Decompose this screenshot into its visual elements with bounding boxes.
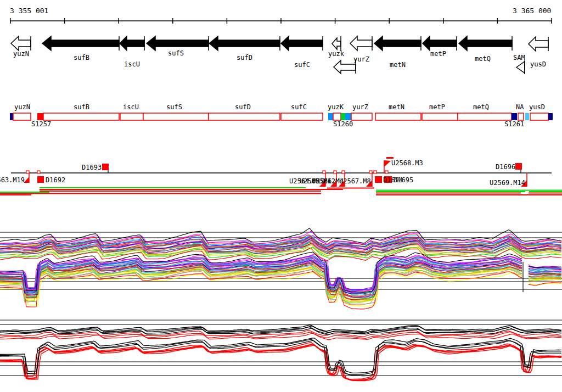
segment-label-yuzN: yuzN bbox=[14, 104, 30, 110]
segment-label-sufC: sufC bbox=[291, 104, 307, 110]
gene-label-sufB: sufB bbox=[74, 54, 89, 61]
gene-arrow-sufS[interactable] bbox=[147, 36, 209, 51]
gene-arrow-SAM[interactable] bbox=[516, 61, 525, 73]
segment-label-metN: metN bbox=[389, 104, 404, 110]
segment-box-sufS[interactable] bbox=[143, 113, 209, 120]
ruler-start-coordinate: 3 355 001 bbox=[10, 7, 48, 14]
marker-flag-anchor bbox=[369, 171, 372, 173]
segment-label-sufB: sufB bbox=[74, 104, 89, 110]
marker-flag-anchor bbox=[26, 171, 29, 173]
segment-box-iscU[interactable] bbox=[120, 113, 143, 120]
segment-box-sufB[interactable] bbox=[43, 113, 119, 120]
segment-label-yusD: yusD bbox=[529, 104, 545, 110]
gene-label-yuzN: yuzN bbox=[13, 51, 29, 57]
genome-browser-view: 3 355 001 3 365 000 yuzNsufBiscUsufSsufD… bbox=[0, 0, 562, 392]
segment-id-S1261: S1261 bbox=[504, 121, 524, 127]
gene-label-metP: metP bbox=[430, 51, 446, 57]
segment-box-navy[interactable] bbox=[10, 113, 13, 120]
expression-trace bbox=[0, 271, 561, 309]
gene-arrow-sufD[interactable] bbox=[209, 36, 280, 51]
gene-label-metQ: metQ bbox=[475, 55, 491, 62]
gene-arrow-yurZ[interactable] bbox=[350, 36, 372, 51]
expression-trace bbox=[0, 268, 561, 302]
segment-id-S1257: S1257 bbox=[31, 121, 51, 127]
gene-label-sufC: sufC bbox=[294, 61, 310, 68]
segment-box-navy[interactable] bbox=[512, 113, 517, 120]
expression-trace bbox=[0, 343, 561, 379]
marker-label-U2567.M8: U2567.M8 bbox=[339, 178, 371, 184]
marker-flag-anchor bbox=[334, 171, 336, 173]
expression-trace bbox=[0, 270, 561, 305]
expression-trace bbox=[0, 338, 561, 373]
marker-label-U2563.M19: U2563.M19 bbox=[0, 177, 25, 183]
expression-trace bbox=[0, 340, 561, 376]
expression-trace bbox=[0, 268, 561, 303]
segment-label-iscU: iscU bbox=[123, 104, 139, 110]
segment-box-sufD[interactable] bbox=[209, 113, 280, 120]
segment-id-S1260: S1260 bbox=[333, 121, 353, 127]
marker-anchor bbox=[374, 171, 376, 173]
segment-box-blue[interactable] bbox=[345, 113, 351, 120]
segment-label-yurZ: yurZ bbox=[352, 104, 368, 110]
gene-label-SAM: SAM bbox=[513, 54, 525, 61]
marker-label-D1695: D1695 bbox=[394, 177, 413, 183]
gene-arrow-sufC[interactable] bbox=[281, 36, 323, 51]
gene-label-yusD: yusD bbox=[530, 61, 546, 68]
marker-label-D1693: D1693 bbox=[82, 164, 102, 171]
marker-flag-dash bbox=[386, 157, 394, 159]
gene-arrow-metQ[interactable] bbox=[459, 36, 512, 51]
marker-flag-triangle[interactable] bbox=[384, 160, 391, 167]
marker-label-D1696: D1696 bbox=[496, 164, 515, 170]
segment-box-red[interactable] bbox=[37, 113, 43, 120]
gene-label-iscU: iscU bbox=[124, 61, 140, 68]
segment-box-yuzN[interactable] bbox=[13, 113, 31, 120]
segment-label-sufD: sufD bbox=[235, 104, 251, 110]
marker-square-D1696[interactable] bbox=[515, 163, 522, 170]
marker-anchor bbox=[37, 171, 40, 173]
gene-label-yurZ: yurZ bbox=[353, 56, 369, 63]
gene-label-sufS: sufS bbox=[168, 50, 184, 57]
segment-box-NA[interactable] bbox=[518, 113, 524, 120]
gene-arrow-metP[interactable] bbox=[423, 36, 457, 51]
marker-square-D1694[interactable] bbox=[375, 176, 382, 183]
segment-box-yurZ[interactable] bbox=[351, 113, 372, 120]
gene-arrow-iscU[interactable] bbox=[120, 36, 144, 51]
expression-trace bbox=[0, 263, 561, 299]
segment-box-cyan[interactable] bbox=[525, 113, 529, 120]
marker-flag-anchor bbox=[342, 171, 345, 173]
marker-square-D1692[interactable] bbox=[37, 176, 44, 183]
segment-label-metQ: metQ bbox=[473, 104, 489, 110]
marker-flag-anchor bbox=[323, 171, 325, 173]
ruler-end-coordinate: 3 365 000 bbox=[513, 7, 551, 14]
gene-arrow-sufB[interactable] bbox=[42, 36, 119, 51]
segment-box-metN[interactable] bbox=[375, 113, 421, 120]
marker-label-U2569.M14: U2569.M14 bbox=[490, 180, 525, 186]
segment-label-yuzK: yuzK bbox=[328, 104, 344, 110]
segment-box-blue[interactable] bbox=[328, 113, 333, 120]
gene-label-sufD: sufD bbox=[237, 54, 252, 61]
marker-label-U2568.M3: U2568.M3 bbox=[391, 160, 423, 166]
segment-box-green[interactable] bbox=[341, 113, 345, 120]
segment-box-yuzK[interactable] bbox=[333, 113, 341, 120]
expression-trace bbox=[0, 339, 561, 374]
segment-box-yusD[interactable] bbox=[530, 113, 548, 120]
gene-arrow-metN[interactable] bbox=[374, 36, 421, 51]
segment-box-navy[interactable] bbox=[548, 113, 553, 120]
expression-trace bbox=[0, 333, 561, 340]
segment-box-metQ[interactable] bbox=[458, 113, 512, 120]
gene-arrow-yuzk[interactable] bbox=[332, 38, 341, 49]
marker-label-D1692: D1692 bbox=[46, 177, 65, 183]
gene-arrow-yuzN[interactable] bbox=[11, 36, 31, 51]
segment-label-sufS: sufS bbox=[166, 104, 182, 110]
segment-box-sufC[interactable] bbox=[281, 113, 323, 120]
gene-arrow-yusD[interactable] bbox=[529, 37, 548, 51]
segment-label-metP: metP bbox=[429, 104, 445, 110]
segment-label-NA: NA bbox=[516, 104, 524, 110]
gene-label-metN: metN bbox=[390, 61, 406, 68]
marker-anchor bbox=[385, 171, 388, 173]
gene-label-yuzk: yuzk bbox=[328, 51, 344, 57]
marker-square-D1693[interactable] bbox=[102, 164, 109, 170]
segment-box-metP[interactable] bbox=[422, 113, 458, 120]
gene-arrow-unnamed[interactable] bbox=[334, 60, 356, 74]
